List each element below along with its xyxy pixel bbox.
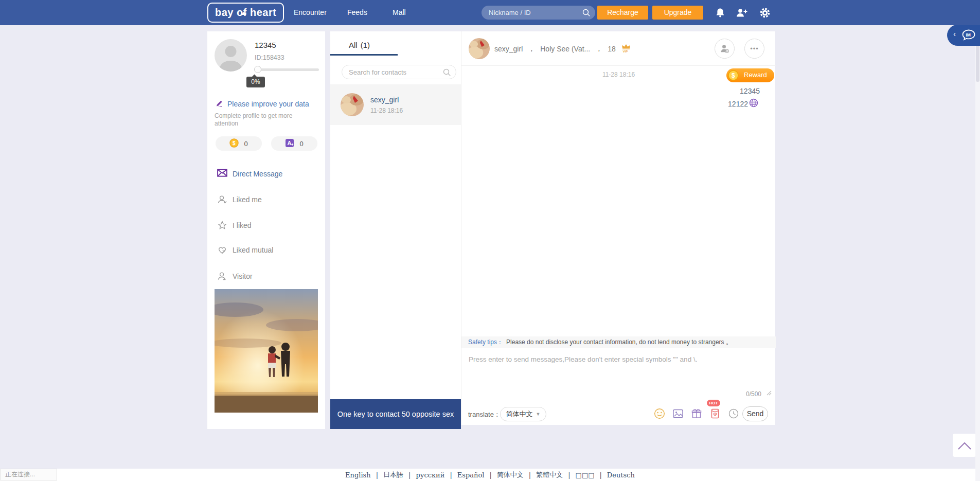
promo-photo[interactable] bbox=[215, 289, 318, 413]
history-clock-icon[interactable] bbox=[728, 408, 739, 419]
profile-progress-knob bbox=[254, 66, 261, 73]
im-bubble-icon: IM bbox=[961, 29, 976, 41]
reward-label: Reward bbox=[744, 71, 767, 79]
emoji-icon[interactable] bbox=[654, 408, 665, 419]
scrollbar-track[interactable] bbox=[975, 25, 980, 481]
message-input[interactable] bbox=[466, 352, 754, 388]
follow-user-button[interactable] bbox=[715, 39, 735, 59]
peer-avatar[interactable] bbox=[469, 38, 490, 59]
globe-translate-icon[interactable] bbox=[749, 98, 758, 109]
chevron-up-icon bbox=[957, 441, 972, 450]
person-check-icon bbox=[217, 194, 227, 205]
tab-all[interactable]: All(1) bbox=[349, 41, 370, 49]
message-input-area: 0/500 bbox=[461, 348, 776, 403]
more-options-button[interactable]: ••• bbox=[744, 39, 764, 59]
svg-text:$: $ bbox=[732, 72, 735, 79]
tab-all-count: (1) bbox=[361, 41, 370, 49]
search-icon[interactable] bbox=[582, 8, 591, 19]
svg-text:VIP: VIP bbox=[622, 50, 628, 53]
tab-underline bbox=[330, 54, 398, 56]
connection-status: 正在连接... bbox=[0, 469, 57, 480]
one-key-contact-button[interactable]: One key to contact 50 opposite sex bbox=[330, 399, 461, 429]
translate-card-pill[interactable]: A 0 bbox=[271, 136, 317, 151]
lang-spanish[interactable]: Español bbox=[457, 471, 485, 479]
svg-text:¥: ¥ bbox=[714, 412, 716, 416]
sidebar-item-i-liked[interactable]: I liked bbox=[207, 217, 325, 234]
person-icon bbox=[217, 271, 227, 281]
pencil-icon bbox=[216, 98, 224, 109]
lang-simplified-chinese[interactable]: 简体中文 bbox=[497, 470, 524, 479]
separator: ， bbox=[528, 44, 535, 54]
contact-time: 11-28 18:16 bbox=[370, 107, 403, 114]
profile-progress-track bbox=[255, 68, 319, 71]
chevron-down-icon: ▼ bbox=[536, 412, 541, 417]
improve-data-label: Please improve your data bbox=[227, 100, 309, 108]
recharge-button[interactable]: Recharge bbox=[597, 6, 648, 20]
separator: ， bbox=[595, 44, 602, 54]
hot-badge: HOT bbox=[707, 400, 720, 406]
user-avatar[interactable] bbox=[215, 39, 247, 72]
vip-badge: VIP bbox=[621, 43, 631, 55]
peer-name[interactable]: sexy_girl bbox=[494, 45, 523, 53]
resize-handle-icon[interactable] bbox=[767, 388, 772, 398]
progress-tooltip: 0% bbox=[246, 77, 265, 87]
add-friend-icon[interactable] bbox=[735, 7, 747, 19]
sidebar-item-liked-mutual[interactable]: Liked mutual bbox=[207, 242, 325, 258]
sidebar-item-direct-message[interactable]: Direct Message bbox=[207, 166, 325, 182]
coin-icon: $ bbox=[728, 70, 739, 83]
translate-label: translate： bbox=[468, 410, 501, 419]
logo[interactable]: bay of heart bbox=[207, 3, 284, 23]
improve-data-link[interactable]: Please improve your data bbox=[216, 98, 309, 109]
user-id: ID:158433 bbox=[255, 54, 284, 61]
top-navbar: bay of heart Encounter Feeds Mall Rechar… bbox=[0, 0, 980, 25]
app-root: bay of heart Encounter Feeds Mall Rechar… bbox=[0, 0, 980, 481]
contacts-search-box bbox=[342, 65, 456, 79]
lang-traditional-chinese[interactable]: 繁體中文 bbox=[536, 470, 563, 479]
lang-japanese[interactable]: 日本語 bbox=[383, 470, 403, 479]
red-packet-icon[interactable]: ¥ bbox=[709, 408, 721, 419]
translate-language-dropdown[interactable]: 简体中文 ▼ bbox=[500, 407, 546, 421]
safety-tips-label: Safety tips： bbox=[468, 338, 503, 347]
lang-russian[interactable]: русский bbox=[416, 471, 444, 479]
contacts-search-input[interactable] bbox=[349, 65, 441, 79]
nav-search-input[interactable] bbox=[489, 6, 576, 20]
contact-name: sexy_girl bbox=[370, 96, 399, 104]
lang-english[interactable]: English bbox=[345, 471, 371, 479]
image-icon[interactable] bbox=[672, 408, 684, 419]
search-icon[interactable] bbox=[442, 68, 451, 79]
safety-tips-bar: Safety tips： Please do not disclose your… bbox=[461, 336, 776, 348]
chat-header: sexy_girl ， Holy See (Vat... ， 18 VIP ••… bbox=[461, 31, 776, 66]
upgrade-button[interactable]: Upgrade bbox=[652, 6, 703, 20]
bell-icon[interactable] bbox=[714, 7, 726, 19]
nav-link-mall[interactable]: Mall bbox=[393, 8, 406, 16]
back-to-top-button[interactable] bbox=[953, 434, 976, 457]
gift-icon[interactable] bbox=[691, 408, 702, 419]
star-icon bbox=[217, 220, 227, 230]
lang-german[interactable]: Deutsch bbox=[607, 471, 635, 479]
improve-hint: Complete profile to get more attention bbox=[215, 112, 306, 128]
sidebar-item-liked-me[interactable]: Liked me bbox=[207, 191, 325, 208]
svg-text:A: A bbox=[288, 140, 292, 146]
envelope-icon bbox=[217, 169, 227, 179]
translate-card-icon: A bbox=[285, 138, 294, 149]
collapse-chevron-icon: ‹ bbox=[953, 29, 956, 38]
sent-message: 12122 bbox=[728, 98, 758, 109]
crown-icon bbox=[240, 3, 247, 21]
translate-card-count: 0 bbox=[299, 140, 303, 148]
nav-link-encounter[interactable]: Encounter bbox=[294, 8, 327, 16]
language-footer: English | 日本語 | русский | Español | 简体中文… bbox=[0, 469, 980, 481]
peer-meta: sexy_girl ， Holy See (Vat... ， 18 VIP bbox=[494, 31, 631, 66]
contact-avatar bbox=[341, 93, 364, 116]
reward-button[interactable]: $ Reward bbox=[726, 68, 774, 82]
nav-search-box bbox=[482, 6, 595, 20]
send-button[interactable]: Send bbox=[742, 406, 768, 421]
chat-toolbar: translate： 简体中文 ▼ ¥ HOT Send bbox=[461, 403, 776, 425]
lang-korean[interactable]: □□□ bbox=[576, 471, 595, 479]
gear-icon[interactable] bbox=[759, 7, 771, 19]
nav-link-feeds[interactable]: Feeds bbox=[347, 8, 367, 16]
coin-balance-pill[interactable]: $ 0 bbox=[216, 136, 262, 151]
im-chat-tab[interactable]: ‹ IM bbox=[947, 25, 980, 46]
sidebar-item-visitor[interactable]: Visitor bbox=[207, 268, 325, 284]
contact-row-sexy-girl[interactable]: sexy_girl 11-28 18:16 bbox=[330, 84, 461, 125]
contacts-column: All(1) sexy_girl 11-28 18:16 One key to … bbox=[330, 31, 461, 429]
